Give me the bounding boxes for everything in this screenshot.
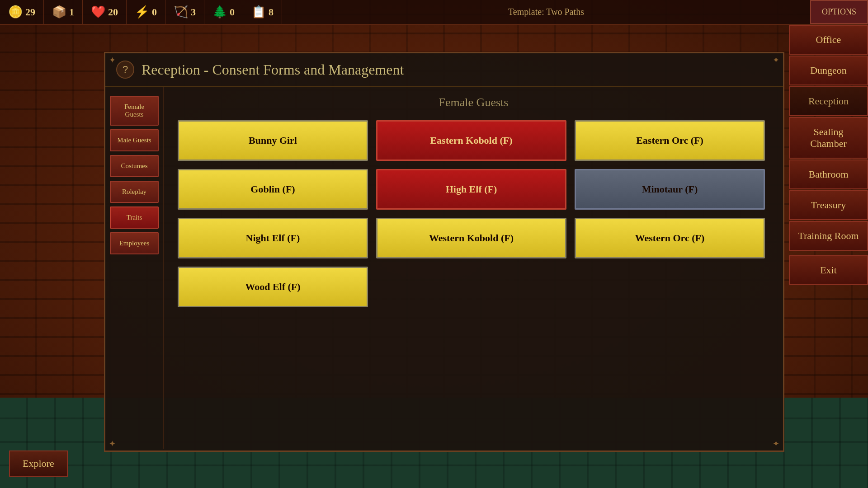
corner-bl: ✦ xyxy=(109,439,116,449)
guest-btn-eastern-orc-f[interactable]: Eastern Orc (F) xyxy=(575,120,765,161)
hud-bar: 🪙 29 📦 1 ❤️ 20 ⚡ 0 🏹 3 🌲 0 📋 8 Template:… xyxy=(0,0,868,25)
notes-value: 8 xyxy=(269,6,274,18)
hud-gold: 🪙 29 xyxy=(0,0,44,24)
sidebar-btn-office[interactable]: Office xyxy=(789,25,868,55)
nav-employees[interactable]: Employees xyxy=(110,232,159,254)
options-button[interactable]: OPTIONS xyxy=(810,0,868,24)
lightning-icon: ⚡ xyxy=(135,6,149,18)
right-sidebar: Office Dungeon Reception Sealing Chamber… xyxy=(789,25,868,285)
hud-arrows: 🏹 3 xyxy=(165,0,204,24)
guest-btn-western-orc-f[interactable]: Western Orc (F) xyxy=(575,218,765,258)
sidebar-btn-bathroom[interactable]: Bathroom xyxy=(789,160,868,189)
guest-btn-western-kobold-f[interactable]: Western Kobold (F) xyxy=(376,218,566,258)
guest-btn-high-elf-f[interactable]: High Elf (F) xyxy=(376,169,566,210)
nav-traits[interactable]: Traits xyxy=(110,206,159,229)
sidebar-btn-training-room[interactable]: Training Room xyxy=(789,221,868,251)
hud-hearts: ❤️ 20 xyxy=(83,0,127,24)
template-label: Template: Two Paths xyxy=(282,7,810,17)
guest-grid: Bunny GirlEastern Kobold (F)Eastern Orc … xyxy=(178,120,769,307)
panel-title: Reception - Consent Forms and Management xyxy=(142,61,404,78)
explore-button[interactable]: Explore xyxy=(9,450,68,477)
sidebar-btn-sealing-chamber[interactable]: Sealing Chamber xyxy=(789,117,868,159)
guest-btn-bunny-girl[interactable]: Bunny Girl xyxy=(178,120,368,161)
guest-btn-wood-elf-f[interactable]: Wood Elf (F) xyxy=(178,267,368,307)
exit-button[interactable]: Exit xyxy=(789,255,868,285)
chest-icon: 📦 xyxy=(52,6,66,18)
gold-icon: 🪙 xyxy=(8,6,23,18)
guest-btn-goblin-f[interactable]: Goblin (F) xyxy=(178,169,368,210)
nav-female-guests[interactable]: Female Guests xyxy=(110,96,159,126)
heart-icon: ❤️ xyxy=(91,6,105,18)
hud-lightning: ⚡ 0 xyxy=(127,0,165,24)
hud-tree: 🌲 0 xyxy=(204,0,243,24)
help-button[interactable]: ? xyxy=(116,61,134,79)
guest-btn-night-elf-f[interactable]: Night Elf (F) xyxy=(178,218,368,258)
sidebar-btn-treasury[interactable]: Treasury xyxy=(789,190,868,220)
corner-br: ✦ xyxy=(773,439,779,449)
panel-body: Female Guests Male Guests Costumes Rolep… xyxy=(105,87,783,449)
hud-notes: 📋 8 xyxy=(243,0,282,24)
content-area: Female Guests Bunny GirlEastern Kobold (… xyxy=(164,87,783,449)
sidebar-btn-dungeon[interactable]: Dungeon xyxy=(789,56,868,85)
arrows-value: 3 xyxy=(191,6,196,18)
gold-value: 29 xyxy=(25,6,35,18)
tree-icon: 🌲 xyxy=(212,6,227,18)
guest-btn-minotaur-f[interactable]: Minotaur (F) xyxy=(575,169,765,210)
guest-btn-eastern-kobold-f[interactable]: Eastern Kobold (F) xyxy=(376,120,566,161)
main-panel: ✦ ✦ ? Reception - Consent Forms and Mana… xyxy=(104,52,784,452)
lightning-value: 0 xyxy=(152,6,157,18)
sidebar-btn-reception[interactable]: Reception xyxy=(789,86,868,116)
tree-value: 0 xyxy=(230,6,235,18)
hearts-value: 20 xyxy=(108,6,118,18)
section-title: Female Guests xyxy=(178,96,769,109)
notes-icon: 📋 xyxy=(251,6,266,18)
nav-costumes[interactable]: Costumes xyxy=(110,155,159,177)
hud-chest: 📦 1 xyxy=(44,0,83,24)
panel-header: ? Reception - Consent Forms and Manageme… xyxy=(105,53,783,87)
nav-male-guests[interactable]: Male Guests xyxy=(110,129,159,151)
chest-value: 1 xyxy=(69,6,74,18)
left-nav: Female Guests Male Guests Costumes Rolep… xyxy=(105,87,164,449)
arrows-icon: 🏹 xyxy=(174,6,188,18)
nav-roleplay[interactable]: Roleplay xyxy=(110,181,159,203)
